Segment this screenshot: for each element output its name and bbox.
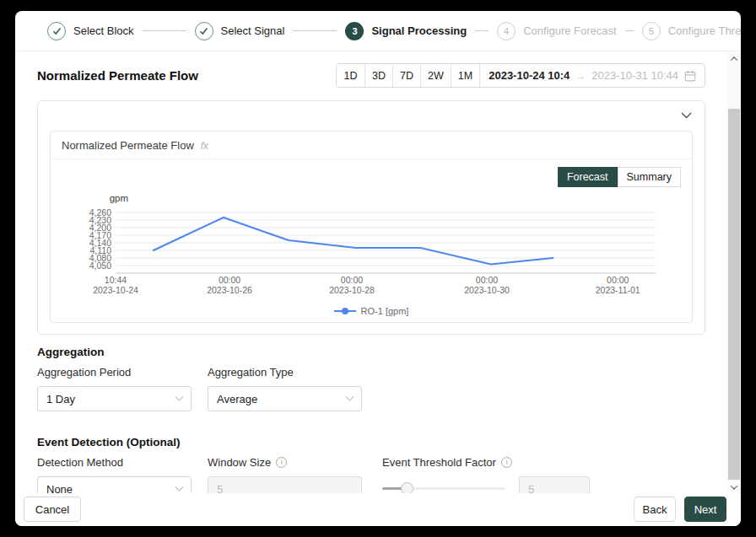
- aggregation-period-value: 1 Day: [46, 393, 75, 405]
- toggle-forecast[interactable]: Forecast: [558, 167, 618, 187]
- step-number: 4: [497, 22, 516, 40]
- forecast-summary-toggle: ForecastSummary: [51, 159, 692, 187]
- step-number: 3: [345, 22, 364, 40]
- step-check-icon: [47, 22, 66, 40]
- event-threshold-label: Event Threshold Factor: [382, 456, 496, 469]
- step-configure-forecast: 4Configure Forecast: [497, 22, 617, 40]
- aggregation-type-label: Aggregation Type: [208, 366, 362, 379]
- page-title: Normalized Permeate Flow: [37, 68, 198, 83]
- svg-text:00:00: 00:00: [607, 275, 629, 285]
- scrollbar-thumb[interactable]: [728, 109, 740, 480]
- event-detection-section-title: Event Detection (Optional): [37, 436, 705, 448]
- chevron-down-icon: [176, 482, 184, 491]
- svg-text:2023-10-24: 2023-10-24: [93, 285, 138, 295]
- wizard-stepper: Select BlockSelect Signal3Signal Process…: [15, 11, 741, 51]
- window-size-input: [208, 476, 362, 493]
- next-button[interactable]: Next: [684, 497, 726, 522]
- step-connector: [293, 30, 337, 32]
- aggregation-period-field: Aggregation Period 1 Day: [37, 366, 192, 411]
- chart-card-header: Normalized Permeate Flow fx: [51, 132, 692, 159]
- event-detection-fields: Detection Method None Window Size i Even…: [37, 456, 705, 493]
- step-select-signal[interactable]: Select Signal: [195, 22, 285, 40]
- step-check-icon: [195, 22, 213, 40]
- svg-text:2023-10-26: 2023-10-26: [207, 285, 252, 295]
- back-button[interactable]: Back: [634, 497, 676, 522]
- svg-text:gpm: gpm: [110, 193, 128, 203]
- aggregation-period-select[interactable]: 1 Day: [37, 386, 192, 411]
- cancel-button[interactable]: Cancel: [24, 497, 81, 522]
- range-button-2w[interactable]: 2W: [420, 64, 451, 87]
- step-connector: [143, 30, 186, 32]
- chart-title: Normalized Permeate Flow: [62, 139, 194, 152]
- step-label: Select Signal: [221, 24, 285, 37]
- detection-method-value: None: [46, 483, 73, 494]
- scroll-up-arrow[interactable]: [727, 52, 741, 65]
- aggregation-fields: Aggregation Period 1 Day Aggregation Typ…: [37, 366, 705, 411]
- event-threshold-slider[interactable]: [382, 476, 505, 493]
- step-signal-processing[interactable]: 3Signal Processing: [345, 22, 467, 40]
- aggregation-type-select[interactable]: Average: [208, 386, 362, 411]
- formula-fx-icon: fx: [201, 140, 208, 152]
- chart-panel: Normalized Permeate Flow fx ForecastSumm…: [37, 100, 705, 335]
- date-range-picker[interactable]: 2023-10-24 10:4 → 2023-10-31 10:44: [479, 64, 705, 87]
- detection-method-select[interactable]: None: [37, 476, 192, 493]
- info-icon[interactable]: i: [501, 457, 512, 468]
- range-button-3d[interactable]: 3D: [364, 64, 392, 87]
- range-button-7d[interactable]: 7D: [392, 64, 420, 87]
- step-number: 5: [642, 22, 661, 40]
- svg-text:2023-10-28: 2023-10-28: [329, 285, 375, 295]
- aggregation-type-value: Average: [217, 393, 257, 405]
- wizard-footer: Cancel Back Next: [15, 493, 741, 526]
- step-label: Configure Thresholds: [668, 24, 741, 37]
- forecast-chart: gpm4,2604,2304,2004,1704,1404,1104,0804,…: [51, 187, 690, 301]
- step-label: Signal Processing: [371, 24, 467, 37]
- scroll-content: Normalized Permeate Flow 1D3D7D2W1M 2023…: [15, 52, 727, 493]
- chart-legend: RO-1 [gpm]: [51, 306, 692, 316]
- legend-line-icon: [334, 307, 356, 315]
- step-label: Configure Forecast: [523, 24, 617, 37]
- svg-text:10:44: 10:44: [105, 275, 127, 285]
- chevron-down-icon: [346, 392, 354, 400]
- aggregation-period-label: Aggregation Period: [37, 366, 192, 379]
- step-configure-thresholds: 5Configure Thresholds: [642, 22, 741, 40]
- date-end[interactable]: 2023-10-31 10:44: [591, 69, 678, 82]
- svg-text:2023-10-30: 2023-10-30: [464, 285, 510, 295]
- aggregation-section-title: Aggregation: [37, 346, 705, 358]
- date-start[interactable]: 2023-10-24 10:4: [489, 69, 570, 82]
- svg-text:00:00: 00:00: [341, 275, 363, 285]
- time-range-group: 1D3D7D2W1M 2023-10-24 10:4 → 2023-10-31 …: [336, 63, 705, 88]
- detection-method-field: Detection Method None: [37, 456, 192, 493]
- chart-header-row: Normalized Permeate Flow 1D3D7D2W1M 2023…: [37, 63, 705, 88]
- svg-text:2023-11-01: 2023-11-01: [596, 285, 640, 295]
- chevron-down-icon: [176, 392, 184, 400]
- step-label: Select Block: [73, 24, 134, 37]
- chart-card: Normalized Permeate Flow fx ForecastSumm…: [50, 131, 693, 323]
- vertical-scrollbar: [727, 52, 741, 493]
- svg-text:00:00: 00:00: [219, 275, 240, 285]
- collapse-panel-icon[interactable]: [679, 110, 693, 121]
- slider-thumb[interactable]: [401, 482, 413, 493]
- range-button-1m[interactable]: 1M: [451, 64, 479, 87]
- window-size-field: Window Size i: [208, 456, 362, 493]
- detection-method-label: Detection Method: [37, 456, 192, 469]
- info-icon[interactable]: i: [276, 457, 287, 468]
- calendar-icon[interactable]: [684, 70, 696, 82]
- date-range-arrow-icon: →: [575, 70, 586, 82]
- wizard-modal: Select BlockSelect Signal3Signal Process…: [15, 11, 741, 526]
- window-size-label: Window Size: [208, 456, 271, 469]
- event-threshold-input: [519, 476, 590, 493]
- step-connector: [475, 30, 489, 32]
- scroll-down-arrow[interactable]: [727, 481, 741, 493]
- range-button-1d[interactable]: 1D: [337, 64, 364, 87]
- step-select-block[interactable]: Select Block: [47, 22, 134, 40]
- event-threshold-field: Event Threshold Factor i: [382, 456, 590, 493]
- step-connector: [625, 30, 634, 32]
- toggle-summary[interactable]: Summary: [618, 167, 681, 187]
- aggregation-type-field: Aggregation Type Average: [208, 366, 362, 411]
- svg-text:00:00: 00:00: [476, 275, 498, 285]
- svg-text:4,050: 4,050: [89, 260, 111, 271]
- legend-label: RO-1 [gpm]: [361, 306, 409, 316]
